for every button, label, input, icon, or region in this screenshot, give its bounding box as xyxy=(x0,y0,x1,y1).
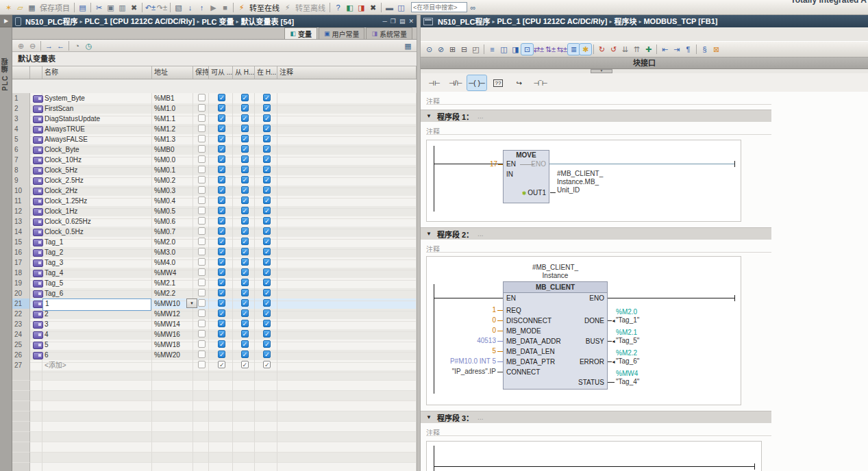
checkbox[interactable] xyxy=(218,104,225,112)
checkbox[interactable] xyxy=(198,114,206,122)
checkbox[interactable] xyxy=(198,340,206,348)
table-row[interactable]: 19Tag_5%M2.1 xyxy=(12,278,417,288)
collapse-network-icon[interactable]: ▼ xyxy=(426,231,432,237)
checkbox[interactable] xyxy=(241,155,249,163)
export-icon[interactable]: → xyxy=(43,40,55,51)
start-cpu-icon[interactable]: ▶ xyxy=(208,2,219,13)
pin-mb_data_addr[interactable]: MB_DATA_ADDR xyxy=(506,338,561,346)
checkbox[interactable] xyxy=(241,94,249,101)
checkbox[interactable] xyxy=(198,166,206,173)
breadcrumb-item[interactable]: PLC_1 [CPU 1212C AC/DC/Rly] xyxy=(84,17,195,25)
operand-address[interactable]: %M2.2 xyxy=(616,349,637,357)
breadcrumb-item[interactable]: N510_PLC程序 xyxy=(438,16,490,27)
checkbox[interactable] xyxy=(198,268,206,276)
checkbox[interactable] xyxy=(241,361,249,368)
project-search-input[interactable] xyxy=(411,2,467,12)
checkbox[interactable] xyxy=(241,279,249,286)
go-to-next-error-icon[interactable]: ↺ xyxy=(608,44,619,55)
close-all-networks-icon[interactable]: ◨ xyxy=(510,44,521,55)
table-row[interactable]: 20Tag_6%M2.2 xyxy=(12,288,417,298)
checkbox[interactable] xyxy=(198,289,206,296)
checkbox[interactable] xyxy=(241,289,249,296)
move-block[interactable]: MOVE EN ENO IN ✱OUT1 xyxy=(503,150,549,203)
pin-mb_data_addr-value[interactable]: 40513 xyxy=(428,337,496,345)
checkbox[interactable] xyxy=(218,268,225,276)
checkbox[interactable] xyxy=(263,176,271,183)
pin-req-value[interactable]: 1 xyxy=(428,306,496,314)
network-list-icon[interactable]: ≡ xyxy=(486,44,498,55)
checkbox[interactable] xyxy=(198,258,206,266)
checkbox[interactable] xyxy=(241,207,249,214)
operand-tag[interactable]: "Tag_6" xyxy=(616,357,639,366)
checkbox[interactable] xyxy=(218,186,225,194)
checkbox[interactable] xyxy=(241,340,249,348)
pin-done[interactable]: DONE xyxy=(584,317,604,325)
table-row[interactable]: 15Tag_1%M2.0 xyxy=(12,237,417,247)
checkbox[interactable] xyxy=(198,227,206,235)
table-row[interactable]: 13Clock_0.625Hz%M0.6 xyxy=(12,216,417,227)
breadcrumb-item[interactable]: 程序块 xyxy=(614,16,636,27)
start-runtime-icon[interactable]: ◧ xyxy=(344,2,356,13)
insert-network-icon[interactable]: ⊞ xyxy=(447,44,458,55)
checkbox[interactable] xyxy=(198,186,206,194)
checkbox[interactable] xyxy=(198,94,206,101)
network-2-header[interactable]: ▼ 程序段 2： ... xyxy=(421,227,771,240)
checkbox[interactable] xyxy=(263,217,271,225)
checkbox[interactable] xyxy=(241,248,249,255)
checkbox[interactable] xyxy=(241,217,249,225)
checkbox[interactable] xyxy=(263,309,271,317)
table-row[interactable]: 27<添加> xyxy=(12,360,417,370)
redo-icon[interactable]: ↷± xyxy=(156,2,168,13)
checkbox[interactable] xyxy=(263,299,271,307)
checkbox[interactable] xyxy=(218,320,225,327)
checkbox[interactable] xyxy=(263,238,271,245)
checkbox[interactable] xyxy=(218,299,225,307)
table-row[interactable]: 7Clock_10Hz%M0.0 xyxy=(12,155,417,165)
table-row[interactable]: 4AlwaysTRUE%M1.2 xyxy=(12,124,417,134)
table-row[interactable]: 3DiagStatusUpdate%M1.1 xyxy=(12,114,417,124)
checkbox[interactable] xyxy=(198,330,206,338)
breadcrumb-item[interactable]: PLC_1 [CPU 1212C AC/DC/Rly] xyxy=(497,17,607,25)
go-offline-label[interactable]: 转至离线 xyxy=(295,2,325,13)
operand-tag[interactable]: "Tag_4" xyxy=(616,378,639,386)
checkbox[interactable] xyxy=(241,309,249,317)
table-row[interactable]: 16Tag_2%M3.0 xyxy=(12,247,417,257)
pin-mb_mode[interactable]: MB_MODE xyxy=(506,327,541,335)
pin-disconnect-value[interactable]: 0 xyxy=(428,316,496,324)
update-block-calls-icon[interactable]: ⇊ xyxy=(619,44,631,55)
collapse-network-icon[interactable]: ▼ xyxy=(426,113,432,119)
table-row[interactable]: 14Clock_0.5Hz%M0.7 xyxy=(12,227,417,237)
mb-client-block[interactable]: MB_CLIENT EN ENO REQDISCONNECTMB_MODEMB_… xyxy=(503,281,608,390)
expand-project-tree-button[interactable]: ▶ xyxy=(0,15,12,27)
save-project-icon[interactable]: ▦ xyxy=(26,2,38,13)
table-row[interactable]: 11Clock_1.25Hz%M0.4 xyxy=(12,196,417,206)
retain-settings-icon[interactable]: ◔ xyxy=(71,40,83,51)
checkbox[interactable] xyxy=(241,299,249,307)
open-all-networks-icon[interactable]: ◫ xyxy=(498,44,510,55)
breadcrumb-item[interactable]: 默认变量表 [54] xyxy=(241,16,295,27)
checkbox[interactable] xyxy=(218,361,225,368)
checkbox[interactable] xyxy=(218,248,225,255)
checkbox[interactable] xyxy=(218,94,225,101)
pin-mb_mode-value[interactable]: 0 xyxy=(428,327,496,335)
checkbox[interactable] xyxy=(241,145,249,153)
search-find-icon[interactable]: ∞ xyxy=(467,2,479,13)
stop-cpu-icon[interactable]: ■ xyxy=(219,2,231,13)
checkbox[interactable] xyxy=(218,145,225,153)
checkbox[interactable] xyxy=(263,227,271,235)
operand-address[interactable]: %M2.1 xyxy=(616,329,637,337)
checkbox[interactable] xyxy=(218,238,225,245)
open-branch-icon[interactable]: ↪ xyxy=(510,75,529,90)
checkbox[interactable] xyxy=(198,309,206,317)
block-interface-bar[interactable]: 块接口 xyxy=(421,58,868,69)
checkbox[interactable] xyxy=(241,186,249,194)
coil-icon[interactable]: ─( )─ xyxy=(467,75,486,90)
go-offline-icon[interactable]: ⚡ xyxy=(282,2,293,13)
float-icon[interactable]: ❐ xyxy=(390,18,396,25)
pin-disconnect[interactable]: DISCONNECT xyxy=(506,317,551,325)
checkbox[interactable] xyxy=(263,114,271,122)
no-contact-icon[interactable]: ⊣⊢ xyxy=(425,75,444,90)
breadcrumb-item[interactable]: MODBUS_TCP [FB1] xyxy=(643,17,717,25)
checkbox[interactable] xyxy=(198,351,206,358)
checkbox[interactable] xyxy=(241,351,249,358)
